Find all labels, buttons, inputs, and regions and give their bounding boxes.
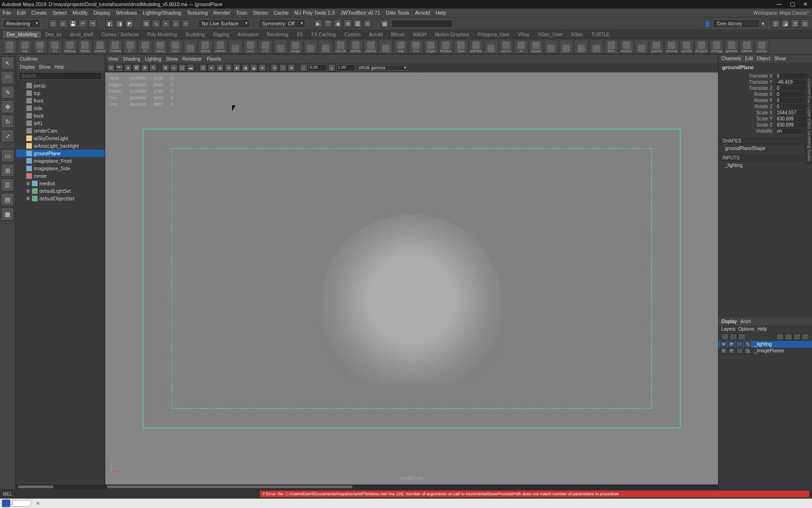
attr-scalex[interactable]: Scale X1644.557 — [720, 110, 810, 116]
shelf-tab-bifrost[interactable]: Bifrost — [387, 31, 408, 38]
shelf-btn-relaxVe[interactable]: relaxVe — [740, 40, 754, 54]
input-name[interactable]: _lighting — [718, 162, 812, 169]
move-tool-icon[interactable]: ✥ — [1, 100, 14, 113]
vp-wireframe-icon[interactable]: ⊡ — [199, 64, 207, 71]
shelf-tab-xgen[interactable]: XGen — [567, 31, 587, 38]
outliner-menu-show[interactable]: Show — [39, 64, 51, 70]
layer-tab-anim[interactable]: Anim — [741, 319, 751, 324]
shelf-btn-uvUI[interactable]: uvUI — [243, 40, 258, 54]
shelf-btn-icon[interactable] — [634, 40, 648, 54]
toggle-channelbox-icon[interactable]: ◫ — [771, 19, 780, 28]
shelf-btn-icon[interactable] — [589, 40, 603, 54]
shelf-btn-mirror[interactable]: mirror — [153, 40, 167, 54]
shelf-btn-Refl[interactable]: Refl — [168, 40, 182, 54]
select-tool-icon[interactable]: ↖ — [1, 56, 14, 70]
save-icon[interactable]: 💾 — [69, 19, 77, 28]
selected-object-name[interactable]: groundPlane — [718, 63, 812, 72]
cmd-input[interactable] — [391, 20, 453, 28]
vp-menu-view[interactable]: View — [108, 56, 118, 62]
viewport[interactable]: Verts:423930128290Edges:845325255480Face… — [105, 72, 718, 484]
layer-_imagePlanes[interactable]: VP╲_imagePlanes — [718, 348, 812, 354]
outliner-item-imageplane_Side[interactable]: imageplane_Side — [16, 165, 105, 172]
ipr-icon[interactable]: ◉ — [334, 19, 342, 28]
shelf-tab-mash[interactable]: MASH — [409, 31, 430, 38]
shelf-btn-TimeRa[interactable]: TimeRa — [108, 40, 122, 54]
shelf-btn-fTris[interactable]: fTris — [409, 40, 423, 54]
vp-menu-renderer[interactable]: Renderer — [182, 56, 202, 62]
shelf-btn-icon[interactable] — [544, 40, 558, 54]
shelf-btn-UTE[interactable]: UTE — [258, 40, 273, 54]
snap-curve-icon[interactable]: ∿ — [152, 19, 160, 28]
pause-icon[interactable]: ⏸ — [363, 19, 372, 28]
vp-quick-select-icon[interactable]: ⊡ — [107, 64, 115, 71]
attr-translatey[interactable]: Translate Y-46.419 — [720, 79, 810, 85]
viewport-scrollbar[interactable] — [105, 484, 718, 489]
shelf-btn-refresh[interactable]: refresh — [213, 40, 227, 54]
shelf-btn-OSS[interactable]: OSS — [3, 40, 17, 54]
vp-textured-icon[interactable]: ◍ — [216, 64, 224, 71]
snap-live-icon[interactable]: ✧ — [181, 19, 190, 28]
shelf-btn-PathDu[interactable]: PathDu — [364, 40, 378, 54]
shelf-btn-Medium[interactable]: Medium — [439, 40, 453, 54]
shelf-btn-icon[interactable] — [574, 40, 588, 54]
shelf-tab-rendering[interactable]: Rendering — [263, 31, 292, 38]
menu-file[interactable]: File — [3, 10, 11, 16]
shelf-btn-AbSymF[interactable]: AbSymF — [695, 40, 709, 54]
layout-single-icon[interactable]: ▭ — [1, 149, 14, 162]
vp-gamma-input[interactable]: 1.00 — [336, 64, 355, 71]
menu-help[interactable]: Help — [436, 10, 446, 16]
vp-menu-show[interactable]: Show — [166, 56, 178, 62]
outliner-item-renderCam[interactable]: renderCam — [16, 127, 105, 135]
vp-exposure-icon[interactable]: ☼ — [300, 64, 307, 71]
shelf-btn-sQuad[interactable]: sQuad — [529, 40, 543, 54]
outliner-item-top[interactable]: top — [16, 89, 105, 97]
play-range-icon[interactable]: ▶ — [314, 19, 322, 28]
shelf-btn-RT[interactable]: RT — [138, 40, 152, 54]
shelf-tab-sculpting[interactable]: Sculpting — [181, 31, 208, 38]
outliner-item-aiAreaLight_backlight[interactable]: aiAreaLight_backlight — [16, 142, 105, 150]
outliner-item-defaultObjectSet[interactable]: ⊞defaultObjectSet — [16, 195, 105, 202]
menu-edit[interactable]: Edit — [17, 10, 26, 16]
shelf-tab-deeex[interactable]: Dee_ex — [42, 31, 65, 38]
menu-cache[interactable]: Cache — [273, 10, 289, 16]
outliner-item-medbot[interactable]: ⊞medbot — [16, 180, 105, 187]
shelf-btn-vertSna[interactable]: vertSna — [664, 40, 679, 54]
close-icon[interactable]: ✕ — [801, 1, 810, 8]
shelf-btn-Curves[interactable]: Curves — [755, 40, 769, 54]
shelf-tab-custom[interactable]: Custom — [341, 31, 364, 38]
vp-xray-icon[interactable]: ◌ — [279, 64, 287, 71]
attr-rotatey[interactable]: Rotate Y0 — [720, 97, 810, 103]
shelf-btn-icon[interactable] — [228, 40, 242, 54]
sel-hier-icon[interactable]: ◧ — [105, 19, 114, 28]
layout-four-icon[interactable]: ⊞ — [1, 164, 14, 177]
shelf-btn-VisTogg[interactable]: VisTogg — [710, 40, 724, 54]
menu-modify[interactable]: Modify — [72, 10, 87, 16]
vp-shadows-icon[interactable]: ◐ — [233, 64, 241, 71]
sel-comp-icon[interactable]: ◩ — [125, 19, 133, 28]
outliner-item-side[interactable]: side — [16, 104, 105, 112]
vp-lights-icon[interactable]: ☀ — [225, 64, 232, 71]
layer-tab-display[interactable]: Display — [721, 319, 737, 324]
layer-down-icon[interactable] — [785, 333, 792, 340]
attr-rotatez[interactable]: Rotate Z0 — [720, 103, 810, 110]
shelf-tab-turtle[interactable]: TURTLE — [587, 31, 613, 38]
shelf-btn-tri[interactable]: tri — [514, 40, 528, 54]
layout-outliner-icon[interactable]: ☰ — [1, 178, 14, 191]
shelf-btn-FT[interactable]: FT — [123, 40, 137, 54]
render-icon[interactable]: 🎬 — [324, 19, 332, 28]
menu-select[interactable]: Select — [53, 10, 67, 16]
shelf-tab-arnold[interactable]: Arnold — [365, 31, 386, 38]
shelf-tab-vray[interactable]: VRay — [514, 31, 533, 38]
layer-menu-layers[interactable]: Layers — [721, 326, 735, 332]
workspace-label[interactable]: Workspace: Maya Classic* — [753, 10, 809, 16]
shelf-btn-icon[interactable] — [319, 40, 333, 54]
scale-tool-icon[interactable]: ⤢ — [1, 129, 14, 143]
hypershade-icon[interactable]: ▦ — [380, 19, 389, 28]
shelf-btn-I&S[interactable]: I&S — [33, 40, 47, 54]
outliner-item-imageplane_Front[interactable]: imageplane_Front — [16, 157, 105, 165]
cb-tab-edit[interactable]: Edit — [745, 56, 753, 61]
shelf-btn-ES[interactable]: ES — [48, 40, 62, 54]
menu-jwtoolboxv[interactable]: JWToolBox v0.71 — [340, 10, 380, 16]
maya-taskbar-icon[interactable] — [2, 500, 10, 507]
menu-dillotools[interactable]: Dillo Tools — [386, 10, 409, 16]
